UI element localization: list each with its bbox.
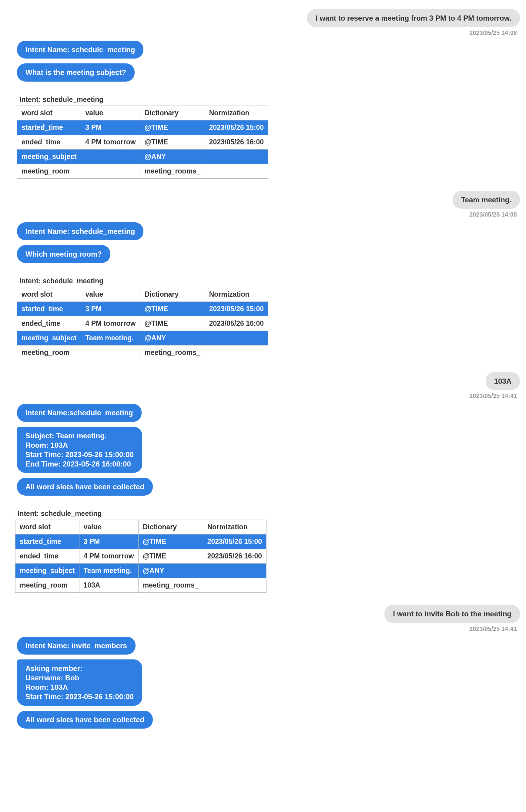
intent-table-block: Intent: schedule_meeting word slot value… bbox=[17, 94, 268, 179]
bot-summary-bubble: Subject: Team meeting. Room: 103A Start … bbox=[17, 427, 142, 473]
cell-value: 3 PM bbox=[81, 120, 140, 135]
user-message-timestamp: 2023/05/25 14:08 bbox=[469, 29, 520, 37]
user-message-timestamp: 2023/05/25 14:08 bbox=[469, 211, 520, 218]
col-normization: Normization bbox=[203, 520, 266, 535]
cell-value: 4 PM tomorrow bbox=[79, 549, 138, 564]
cell-dict: @TIME bbox=[140, 135, 205, 149]
col-dictionary: Dictionary bbox=[138, 520, 203, 535]
user-message-timestamp: 2023/05/25 14:41 bbox=[469, 625, 520, 633]
user-message-row: I want to invite Bob to the meeting 2023… bbox=[6, 605, 520, 632]
cell-norm bbox=[203, 578, 266, 593]
cell-norm: 2023/05/26 15:00 bbox=[205, 302, 268, 316]
cell-value: 3 PM bbox=[81, 302, 140, 316]
cell-value: 4 PM tomorrow bbox=[81, 316, 140, 331]
table-row: meeting_subject Team meeting. @ANY bbox=[15, 564, 267, 578]
bot-intent-bubble: Intent Name:schedule_meeting bbox=[17, 404, 141, 422]
cell-slot: started_time bbox=[17, 120, 81, 135]
bot-status-bubble: All word slots have been collected bbox=[17, 711, 153, 729]
cell-value: 103A bbox=[79, 578, 138, 593]
cell-norm bbox=[205, 149, 268, 164]
chat-container: I want to reserve a meeting from 3 PM to… bbox=[0, 0, 526, 756]
cell-dict: @ANY bbox=[140, 149, 205, 164]
cell-norm bbox=[205, 164, 268, 178]
cell-dict: @ANY bbox=[140, 331, 205, 346]
col-word-slot: word slot bbox=[17, 287, 81, 302]
intent-caption: Intent: schedule_meeting bbox=[17, 94, 268, 105]
cell-value: 4 PM tomorrow bbox=[81, 135, 140, 149]
cell-slot: meeting_room bbox=[17, 346, 81, 360]
slot-table: word slot value Dictionary Normization s… bbox=[15, 520, 267, 593]
col-dictionary: Dictionary bbox=[140, 105, 205, 120]
bot-prompt-bubble: What is the meeting subject? bbox=[17, 63, 135, 81]
cell-norm bbox=[203, 564, 266, 578]
col-dictionary: Dictionary bbox=[140, 287, 205, 302]
cell-slot: started_time bbox=[17, 302, 81, 316]
cell-norm bbox=[205, 331, 268, 346]
user-message-row: I want to reserve a meeting from 3 PM to… bbox=[6, 9, 520, 37]
user-message-row: 103A 2023/05/25 14:41 bbox=[6, 372, 520, 400]
cell-dict: meeting_rooms_ bbox=[140, 164, 205, 178]
cell-norm: 2023/05/26 16:00 bbox=[205, 135, 268, 149]
table-row: ended_time 4 PM tomorrow @TIME 2023/05/2… bbox=[17, 316, 268, 331]
cell-slot: meeting_subject bbox=[17, 149, 81, 164]
col-value: value bbox=[79, 520, 138, 535]
table-row: started_time 3 PM @TIME 2023/05/26 15:00 bbox=[17, 302, 268, 316]
cell-dict: @ANY bbox=[138, 564, 203, 578]
cell-slot: meeting_room bbox=[17, 164, 81, 178]
slot-table: word slot value Dictionary Normization s… bbox=[17, 287, 268, 360]
bot-prompt-bubble: Which meeting room? bbox=[17, 245, 110, 263]
cell-value: Team meeting. bbox=[79, 564, 138, 578]
cell-slot: ended_time bbox=[15, 549, 79, 564]
cell-norm: 2023/05/26 15:00 bbox=[205, 120, 268, 135]
cell-dict: meeting_rooms_ bbox=[138, 578, 203, 593]
cell-value bbox=[81, 149, 140, 164]
table-row: ended_time 4 PM tomorrow @TIME 2023/05/2… bbox=[17, 135, 268, 149]
table-row: meeting_room 103A meeting_rooms_ bbox=[15, 578, 267, 593]
bot-message-group: Intent Name: invite_members Asking membe… bbox=[6, 637, 520, 734]
user-message-bubble: 103A bbox=[486, 372, 520, 390]
cell-dict: meeting_rooms_ bbox=[140, 346, 205, 360]
bot-intent-bubble: Intent Name: schedule_meeting bbox=[17, 222, 144, 240]
bot-message-group: Intent Name:schedule_meeting Subject: Te… bbox=[6, 404, 520, 501]
cell-slot: ended_time bbox=[17, 135, 81, 149]
col-normization: Normization bbox=[205, 105, 268, 120]
col-word-slot: word slot bbox=[15, 520, 79, 535]
col-value: value bbox=[81, 105, 140, 120]
table-row: meeting_room meeting_rooms_ bbox=[17, 164, 268, 178]
intent-table-block: Intent: schedule_meeting word slot value… bbox=[17, 275, 268, 360]
bot-message-group: Intent Name: schedule_meeting What is th… bbox=[6, 41, 520, 86]
bot-message-group: Intent Name: schedule_meeting Which meet… bbox=[6, 222, 520, 268]
table-row: meeting_subject @ANY bbox=[17, 149, 268, 164]
col-value: value bbox=[81, 287, 140, 302]
user-message-bubble: I want to reserve a meeting from 3 PM to… bbox=[307, 9, 520, 27]
table-row: started_time 3 PM @TIME 2023/05/26 15:00 bbox=[15, 535, 267, 549]
bot-summary-bubble: Asking member: Username: Bob Room: 103A … bbox=[17, 659, 142, 706]
cell-dict: @TIME bbox=[138, 549, 203, 564]
cell-value bbox=[81, 346, 140, 360]
intent-caption: Intent: schedule_meeting bbox=[17, 275, 268, 287]
cell-slot: meeting_room bbox=[15, 578, 79, 593]
cell-value: 3 PM bbox=[79, 535, 138, 549]
cell-norm bbox=[205, 346, 268, 360]
cell-norm: 2023/05/26 16:00 bbox=[205, 316, 268, 331]
cell-slot: meeting_subject bbox=[15, 564, 79, 578]
table-row: started_time 3 PM @TIME 2023/05/26 15:00 bbox=[17, 120, 268, 135]
user-message-bubble: I want to invite Bob to the meeting bbox=[385, 605, 520, 623]
cell-value: Team meeting. bbox=[81, 331, 140, 346]
cell-dict: @TIME bbox=[140, 120, 205, 135]
bot-intent-bubble: Intent Name: invite_members bbox=[17, 637, 136, 655]
table-row: ended_time 4 PM tomorrow @TIME 2023/05/2… bbox=[15, 549, 267, 564]
bot-intent-bubble: Intent Name: schedule_meeting bbox=[17, 41, 144, 59]
cell-dict: @TIME bbox=[140, 316, 205, 331]
cell-slot: started_time bbox=[15, 535, 79, 549]
user-message-timestamp: 2023/05/25 14:41 bbox=[469, 392, 520, 400]
col-normization: Normization bbox=[205, 287, 268, 302]
col-word-slot: word slot bbox=[17, 105, 81, 120]
cell-slot: ended_time bbox=[17, 316, 81, 331]
bot-status-bubble: All word slots have been collected bbox=[17, 478, 153, 496]
cell-norm: 2023/05/26 16:00 bbox=[203, 549, 266, 564]
cell-norm: 2023/05/26 15:00 bbox=[203, 535, 266, 549]
cell-dict: @TIME bbox=[138, 535, 203, 549]
cell-dict: @TIME bbox=[140, 302, 205, 316]
slot-table: word slot value Dictionary Normization s… bbox=[17, 105, 268, 179]
